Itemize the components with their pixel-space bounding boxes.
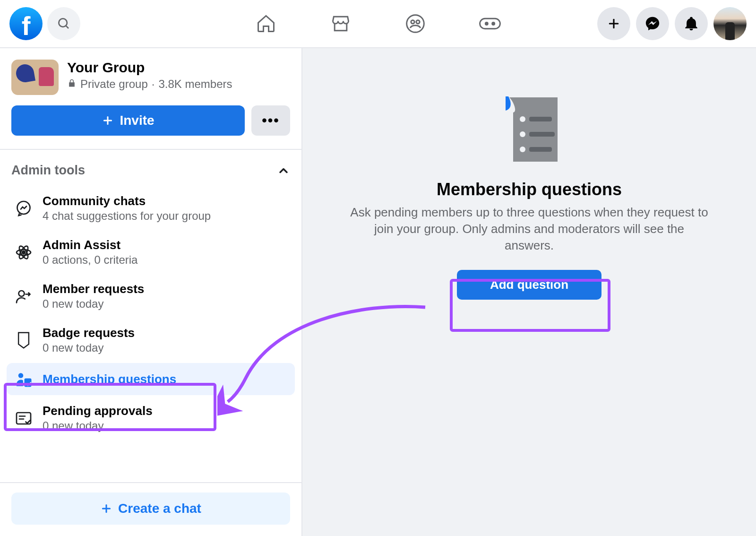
sidebar-item-admin-assist[interactable]: Admin Assist 0 actions, 0 criteria — [7, 231, 295, 273]
sidebar-item-sub: 0 new today — [43, 419, 153, 432]
svg-point-13 — [22, 251, 25, 254]
badge-icon — [14, 331, 33, 350]
more-options-button[interactable]: ••• — [251, 105, 290, 136]
sidebar-item-label: Pending approvals — [43, 404, 153, 418]
messenger-button[interactable] — [636, 7, 669, 40]
membership-questions-title: Membership questions — [437, 180, 622, 199]
nav-gaming[interactable] — [478, 12, 502, 35]
group-header[interactable]: Your Group Private group · 3.8K members — [11, 60, 290, 95]
sidebar-item-community-chats[interactable]: Community chats 4 chat suggestions for y… — [7, 187, 295, 229]
top-nav-bar: f — [0, 0, 756, 48]
svg-rect-30 — [529, 147, 552, 152]
plus-icon — [607, 17, 621, 31]
sidebar-item-label: Badge requests — [43, 326, 135, 340]
svg-point-27 — [520, 131, 525, 137]
sidebar-item-membership-questions[interactable]: Membership questions — [7, 363, 295, 395]
person-clipboard-icon — [14, 370, 33, 389]
sidebar-item-label: Membership questions — [43, 372, 176, 387]
nav-home[interactable] — [254, 12, 278, 35]
group-title: Your Group — [67, 60, 232, 76]
svg-rect-5 — [480, 18, 500, 28]
facebook-logo[interactable]: f — [9, 7, 43, 40]
home-icon — [256, 13, 276, 34]
sidebar-item-member-requests[interactable]: Member requests 0 new today — [7, 275, 295, 317]
sidebar-item-label: Admin Assist — [43, 238, 137, 252]
gaming-icon — [478, 13, 502, 34]
svg-point-25 — [520, 116, 525, 122]
invite-button[interactable]: Invite — [11, 105, 245, 136]
svg-point-4 — [416, 20, 420, 24]
create-chat-label: Create a chat — [118, 501, 201, 516]
document-illustration — [491, 94, 567, 164]
facebook-logo-letter: f — [22, 10, 31, 41]
plus-icon — [100, 502, 112, 515]
svg-point-18 — [18, 373, 24, 378]
search-icon — [57, 17, 71, 31]
nav-marketplace[interactable] — [329, 12, 352, 35]
sidebar-item-sub: 0 actions, 0 criteria — [43, 253, 137, 267]
svg-rect-28 — [529, 132, 555, 137]
sidebar-item-label: Member requests — [43, 282, 144, 296]
add-question-label: Add question — [490, 277, 568, 292]
user-arrow-icon — [14, 287, 33, 306]
svg-point-29 — [520, 147, 525, 152]
svg-point-3 — [411, 20, 414, 24]
admin-tools-section-header[interactable]: Admin tools — [11, 158, 290, 186]
dots-icon: ••• — [262, 112, 280, 129]
svg-point-2 — [407, 15, 424, 33]
plus-icon — [102, 114, 114, 127]
add-question-button[interactable]: Add question — [457, 270, 601, 300]
membership-questions-description: Ask pending members up to three question… — [350, 204, 709, 254]
groups-icon — [405, 13, 426, 34]
search-button[interactable] — [47, 7, 80, 40]
invite-button-label: Invite — [120, 113, 154, 128]
group-privacy-text: Private group — [80, 78, 148, 91]
sidebar-item-sub: 0 new today — [43, 341, 135, 354]
marketplace-icon — [330, 13, 351, 34]
list-check-icon — [14, 409, 33, 428]
profile-avatar[interactable] — [713, 7, 747, 40]
group-member-count: 3.8K members — [158, 78, 232, 91]
nav-groups[interactable] — [404, 12, 427, 35]
sidebar-item-pending-approvals[interactable]: Pending approvals 0 new today — [7, 397, 295, 439]
sidebar-item-label: Community chats — [43, 194, 211, 208]
svg-point-0 — [59, 18, 67, 27]
svg-line-1 — [66, 26, 69, 28]
sidebar-item-sub: 4 chat suggestions for your group — [43, 209, 211, 223]
create-button[interactable] — [597, 7, 630, 40]
sidebar-item-badge-requests[interactable]: Badge requests 0 new today — [7, 319, 295, 361]
group-cover-thumbnail — [11, 60, 59, 95]
admin-tools-label: Admin tools — [11, 163, 85, 178]
bell-icon — [683, 16, 699, 32]
sidebar: Your Group Private group · 3.8K members … — [0, 48, 302, 536]
lock-icon — [67, 78, 77, 91]
atom-icon — [14, 243, 33, 262]
messenger-icon — [644, 16, 661, 32]
chevron-up-icon — [277, 164, 290, 177]
svg-point-17 — [19, 291, 25, 296]
create-chat-button[interactable]: Create a chat — [11, 493, 290, 525]
svg-rect-26 — [529, 117, 552, 121]
sidebar-item-sub: 0 new today — [43, 297, 144, 311]
messenger-circle-icon — [14, 199, 33, 218]
svg-point-6 — [485, 23, 488, 25]
main-panel: Membership questions Ask pending members… — [302, 48, 756, 536]
svg-point-7 — [492, 23, 495, 25]
notifications-button[interactable] — [675, 7, 708, 40]
